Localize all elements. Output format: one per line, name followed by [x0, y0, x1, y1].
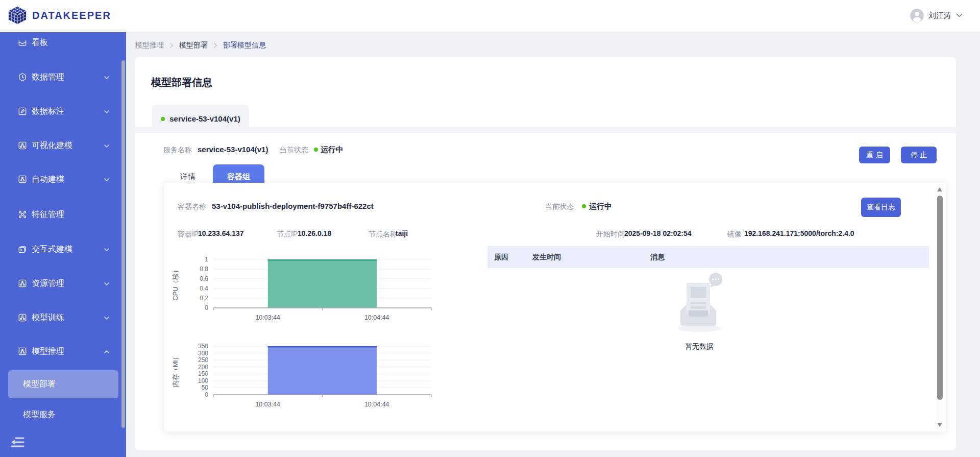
chevron-right-icon [169, 42, 174, 49]
visual-modeling-icon [17, 140, 28, 151]
sidebar-item-model-inference[interactable]: 模型推理 [0, 341, 126, 362]
node-name-value: taiji [396, 229, 408, 237]
user-avatar [910, 9, 924, 22]
container-status-value: 运行中 [589, 202, 612, 211]
start-time-label: 开始时间 [596, 230, 625, 239]
sidebar-item-visual-modeling[interactable]: 可视化建模 [0, 135, 126, 156]
breadcrumb-item-current: 部署模型信息 [223, 41, 266, 50]
sidebar-subitem-label: 模型服务 [23, 410, 56, 419]
sidebar-item-label: 交互式建模 [32, 244, 72, 254]
svg-text:10:03:44: 10:03:44 [255, 314, 280, 321]
sidebar-item-label: 看板 [32, 37, 48, 47]
auto-modeling-icon [17, 174, 28, 184]
container-name-label: 容器名称 [178, 202, 206, 211]
svg-text:内存（Mi）: 内存（Mi） [172, 354, 179, 388]
resource-management-icon [17, 278, 28, 288]
container-name-value: 53-v104-publish-deployment-f9757b4ff-622… [212, 202, 374, 210]
breadcrumb-item-model-deployment[interactable]: 模型部署 [179, 41, 208, 50]
service-tab-label: service-53-v104(v1) [169, 114, 240, 123]
svg-text:300: 300 [198, 350, 208, 357]
container-ip-label: 容器IP [178, 230, 199, 239]
person-icon [910, 9, 924, 22]
service-name-value: service-53-v104(v1) [198, 145, 268, 154]
service-status-label: 当前状态 [280, 146, 308, 155]
deployment-info-card: 模型部署信息 service-53-v104(v1) 服务名称 service-… [135, 57, 956, 450]
sidebar-subitem-model-service[interactable]: 模型服务 [23, 410, 56, 421]
sidebar-item-label: 数据标注 [32, 106, 64, 116]
sidebar-item-feature-management[interactable]: 特征管理 [0, 204, 126, 225]
brand-name: DATAKEEPER [32, 10, 111, 21]
panel-scrollbar[interactable] [936, 184, 944, 430]
sidebar-subitem-label: 模型部署 [23, 379, 56, 390]
chevron-down-icon [104, 143, 110, 149]
svg-text:50: 50 [202, 384, 209, 391]
status-dot-icon [582, 204, 586, 208]
collapse-menu-icon [10, 436, 26, 448]
container-group-panel: 容器名称 53-v104-publish-deployment-f9757b4f… [164, 183, 946, 431]
svg-text:CPU（核）: CPU（核） [172, 267, 179, 300]
sidebar-item-label: 特征管理 [32, 209, 64, 220]
node-name-label: 节点名称 [369, 230, 397, 239]
user-menu[interactable]: 刘江涛 [910, 9, 963, 22]
svg-text:0: 0 [205, 304, 208, 311]
svg-text:0.8: 0.8 [200, 266, 208, 273]
sidebar-item-resource-management[interactable]: 资源管理 [0, 273, 126, 294]
stop-button[interactable]: 停 止 [901, 147, 937, 163]
sidebar-item-label: 数据管理 [32, 72, 64, 82]
interactive-modeling-icon [17, 244, 28, 254]
svg-text:10:04:44: 10:04:44 [364, 401, 389, 408]
node-ip-value: 10.26.0.18 [298, 229, 331, 237]
container-status-label: 当前状态 [545, 202, 574, 211]
sidebar: 看板 数据管理 数据标注 可视化建模 自动建模 特征管理 交互式建模 资源管理 … [0, 32, 126, 457]
breadcrumb-item-model-inference[interactable]: 模型推理 [135, 41, 164, 50]
column-header-time: 发生时间 [532, 253, 561, 262]
svg-text:0.2: 0.2 [200, 295, 208, 302]
svg-text:1: 1 [205, 256, 208, 263]
svg-text:0.4: 0.4 [200, 285, 208, 292]
svg-text:200: 200 [198, 364, 208, 371]
panel-scrollbar-thumb[interactable] [937, 196, 943, 400]
sidebar-subitem-model-deployment[interactable]: 模型部署 [8, 370, 118, 398]
scroll-up-arrow-icon[interactable] [937, 187, 942, 191]
chevron-down-icon [104, 75, 110, 81]
chevron-down-icon [104, 109, 110, 115]
svg-text:150: 150 [198, 370, 208, 377]
scroll-down-arrow-icon[interactable] [937, 423, 942, 427]
empty-state-text: 暂无数据 [648, 342, 750, 351]
svg-text:10:04:44: 10:04:44 [364, 314, 389, 321]
sidebar-item-interactive-modeling[interactable]: 交互式建模 [0, 239, 126, 259]
breadcrumb: 模型推理 模型部署 部署模型信息 [135, 41, 266, 50]
column-header-reason: 原因 [494, 253, 508, 262]
events-table-header: 原因 发生时间 消息 [487, 246, 929, 268]
sidebar-item-dashboard[interactable]: 看板 [0, 32, 126, 53]
sidebar-collapse-button[interactable] [10, 436, 26, 448]
chevron-right-icon [213, 42, 217, 49]
empty-box-icon [666, 271, 732, 334]
sidebar-item-label: 可视化建模 [32, 140, 72, 151]
tab-service-53-v104[interactable]: service-53-v104(v1) [152, 105, 249, 133]
memory-usage-chart: 35030025020015010050010:03:4410:04:44内存（… [164, 341, 440, 412]
feature-management-icon [17, 209, 28, 220]
model-inference-icon [17, 346, 28, 356]
sidebar-item-auto-modeling[interactable]: 自动建模 [0, 169, 126, 189]
restart-button[interactable]: 重 启 [859, 147, 890, 163]
chevron-down-icon [104, 281, 110, 287]
chevron-up-icon [104, 349, 110, 355]
service-tab-rail [135, 127, 956, 133]
column-header-message: 消息 [650, 253, 665, 262]
sidebar-item-data-management[interactable]: 数据管理 [0, 67, 126, 87]
sidebar-item-label: 自动建模 [32, 174, 64, 184]
sidebar-item-data-annotation[interactable]: 数据标注 [0, 101, 126, 122]
svg-text:350: 350 [198, 343, 208, 350]
image-value: 192.168.241.171:5000/torch:2.4.0 [744, 229, 854, 237]
svg-text:250: 250 [198, 356, 208, 364]
view-logs-button[interactable]: 查看日志 [861, 198, 901, 217]
chevron-down-icon [956, 13, 963, 18]
svg-text:0: 0 [205, 391, 208, 398]
sidebar-item-label: 模型推理 [32, 346, 64, 356]
chevron-down-icon [104, 247, 110, 253]
sidebar-scrollbar-thumb[interactable] [121, 60, 125, 428]
sidebar-item-model-training[interactable]: 模型训练 [0, 307, 126, 328]
brand-logo-icon [7, 5, 28, 26]
sidebar-item-label: 模型训练 [32, 312, 64, 323]
